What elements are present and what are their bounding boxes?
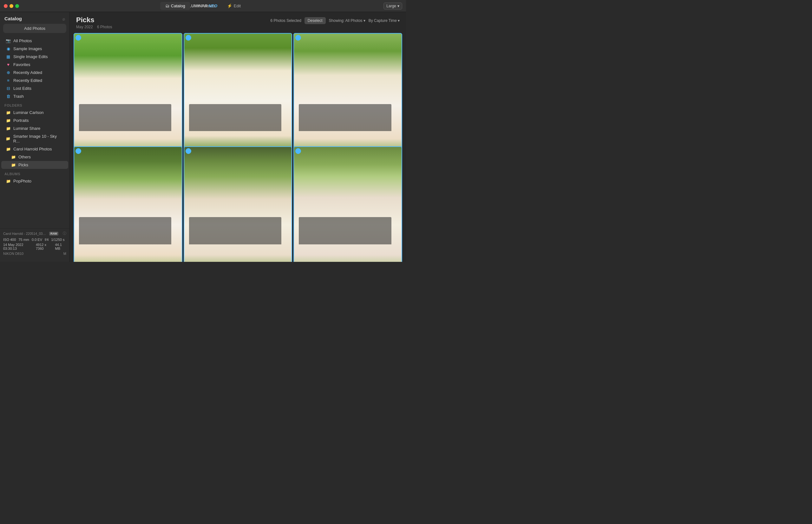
trash-icon: 🗑 — [6, 94, 11, 99]
folders-section-label: Folders — [0, 100, 69, 109]
content-photo-count: 6 Photos — [97, 25, 112, 29]
tab-presets[interactable]: ✦ Presets — [191, 2, 221, 10]
folder-icon: 📁 — [6, 111, 11, 115]
exif-row-2: 14 May 2022 03:30:13 4912 x 7360 44.1 MB — [3, 243, 66, 250]
selected-count: 6 Photos Selected — [270, 18, 301, 23]
window-controls — [4, 4, 19, 8]
sidebar-folder-portraits[interactable]: 📁 Portraits — [1, 116, 68, 125]
shutter: 1/1250 s — [51, 238, 64, 242]
sidebar-item-lost-edits[interactable]: ⊟ Lost Edits — [1, 84, 68, 92]
photo-cell-5[interactable] — [184, 146, 292, 262]
folder-icon: 📁 — [11, 155, 16, 159]
file-name: Carol Harrold - 220514_0389_HARROLD... — [3, 232, 48, 235]
iso-label: ISO 400 — [3, 238, 16, 242]
nav-tabs: 🗂 Catalog ✦ Presets ⚡ Edit — [160, 2, 246, 10]
photo-grid — [70, 32, 406, 262]
sidebar-item-label: Recently Added — [13, 70, 42, 75]
sample-images-icon: ◉ — [6, 46, 11, 51]
sidebar-folder-picks[interactable]: 📁 Picks — [1, 161, 68, 169]
sidebar-item-label: Trash — [13, 94, 24, 99]
select-indicator-6 — [295, 148, 301, 154]
folder-label: Others — [18, 154, 31, 159]
photo-cell-6[interactable] — [293, 146, 402, 262]
camera-mode: M — [64, 252, 66, 256]
folder-label: Portraits — [13, 118, 29, 123]
select-indicator-3 — [295, 35, 301, 40]
showing-chevron-icon: ▾ — [363, 18, 366, 23]
search-icon[interactable]: ⌕ — [63, 16, 65, 21]
minimize-button[interactable] — [10, 4, 13, 8]
file-size: 44.1 MB — [55, 243, 66, 250]
focal-length: 75 mm — [18, 238, 29, 242]
folder-label: Luminar Share — [13, 126, 40, 131]
catalog-icon: 🗂 — [165, 3, 169, 8]
select-indicator-4 — [75, 148, 81, 154]
folder-label: Picks — [18, 163, 28, 167]
folder-icon: 📁 — [11, 163, 16, 167]
size-selector[interactable]: Large ▾ — [384, 2, 402, 10]
dimensions: 4912 x 7360 — [36, 243, 53, 250]
sidebar-folder-luminar-share[interactable]: 📁 Luminar Share — [1, 125, 68, 132]
maximize-button[interactable] — [15, 4, 19, 8]
sidebar-item-all-photos[interactable]: 📷 All Photos — [1, 37, 68, 45]
sidebar-item-single-image-edits[interactable]: ▦ Single Image Edits — [1, 53, 68, 61]
sidebar-item-recently-added[interactable]: ⊕ Recently Added — [1, 68, 68, 77]
sidebar-item-recently-edited[interactable]: ≡ Recently Edited — [1, 77, 68, 84]
single-image-edits-icon: ▦ — [6, 54, 11, 59]
file-info-panel: Carol Harrold - 220514_0389_HARROLD... R… — [0, 229, 69, 257]
tab-catalog[interactable]: 🗂 Catalog — [160, 2, 190, 10]
sidebar-folder-others[interactable]: 📁 Others — [1, 153, 68, 161]
sidebar-album-popphoto[interactable]: 📁 PopPhoto — [1, 177, 68, 185]
sidebar-item-trash[interactable]: 🗑 Trash — [1, 92, 68, 100]
aperture: f/4 — [45, 238, 49, 242]
content-title-area: Picks May 2022 6 Photos — [76, 16, 112, 29]
content-area: Picks May 2022 6 Photos 6 Photos Selecte… — [70, 12, 406, 262]
main-layout: Catalog ⌕ Add Photos 📷 All Photos ◉ Samp… — [0, 12, 406, 262]
sidebar-item-sample-images[interactable]: ◉ Sample Images — [1, 45, 68, 53]
titlebar: LUMINAR NEO 🗂 Catalog ✦ Presets ⚡ Edit L… — [0, 0, 406, 12]
sidebar-folder-smarter-image[interactable]: 📁 Smarter Image 10 - Sky R... — [1, 132, 68, 145]
info-icon[interactable]: ⓘ — [63, 231, 66, 236]
tab-edit[interactable]: ⚡ Edit — [222, 2, 246, 10]
sidebar-title: Catalog — [4, 16, 22, 21]
photo-cell-4[interactable] — [73, 146, 182, 262]
sidebar-folder-carol-harrold[interactable]: 📁 Carol Harrold Photos — [1, 145, 68, 153]
sidebar-item-label: Lost Edits — [13, 86, 31, 91]
sort-chevron-icon: ▾ — [398, 18, 400, 23]
sidebar-item-favorites[interactable]: ♥ Favorites — [1, 61, 68, 68]
camera-name: NIKON D810 — [3, 252, 23, 256]
folder-icon: 📁 — [6, 136, 11, 141]
add-photos-button[interactable]: Add Photos — [3, 24, 66, 33]
edit-icon: ⚡ — [227, 3, 232, 8]
raw-badge: RAW — [49, 232, 58, 235]
content-title: Picks — [76, 16, 112, 24]
sidebar-folder-luminar-carlson[interactable]: 📁 Luminar Carlson — [1, 109, 68, 116]
album-icon: 📁 — [6, 179, 11, 183]
content-subtitle: May 2022 6 Photos — [76, 25, 112, 29]
sidebar-item-label: All Photos — [13, 38, 32, 43]
titlebar-right: Large ▾ — [384, 2, 402, 10]
file-name-row: Carol Harrold - 220514_0389_HARROLD... R… — [3, 231, 66, 236]
folder-icon: 📁 — [6, 118, 11, 123]
deselect-button[interactable]: Deselect — [305, 17, 326, 24]
recently-added-icon: ⊕ — [6, 70, 11, 75]
presets-icon: ✦ — [197, 3, 200, 8]
camera-row: NIKON D810 M — [3, 252, 66, 256]
size-label: Large — [386, 4, 396, 8]
albums-section-label: Albums — [0, 169, 69, 177]
sidebar-item-label: Favorites — [13, 62, 30, 67]
tab-catalog-label: Catalog — [171, 3, 185, 8]
tab-presets-label: Presets — [202, 3, 216, 8]
size-chevron-icon: ▾ — [397, 4, 399, 8]
sidebar-item-label: Recently Edited — [13, 78, 42, 83]
content-header-right: 6 Photos Selected Deselect Showing: All … — [270, 16, 400, 24]
sidebar-item-label: Single Image Edits — [13, 54, 48, 59]
content-date: May 2022 — [76, 25, 93, 29]
folder-label: Smarter Image 10 - Sky R... — [13, 134, 64, 144]
close-button[interactable] — [4, 4, 7, 8]
folder-label: Carol Harrold Photos — [13, 147, 52, 151]
select-indicator-1 — [75, 35, 81, 40]
select-indicator-5 — [186, 148, 191, 154]
showing-filter[interactable]: Showing: All Photos ▾ — [329, 18, 366, 23]
sort-filter[interactable]: By Capture Time ▾ — [369, 18, 400, 23]
